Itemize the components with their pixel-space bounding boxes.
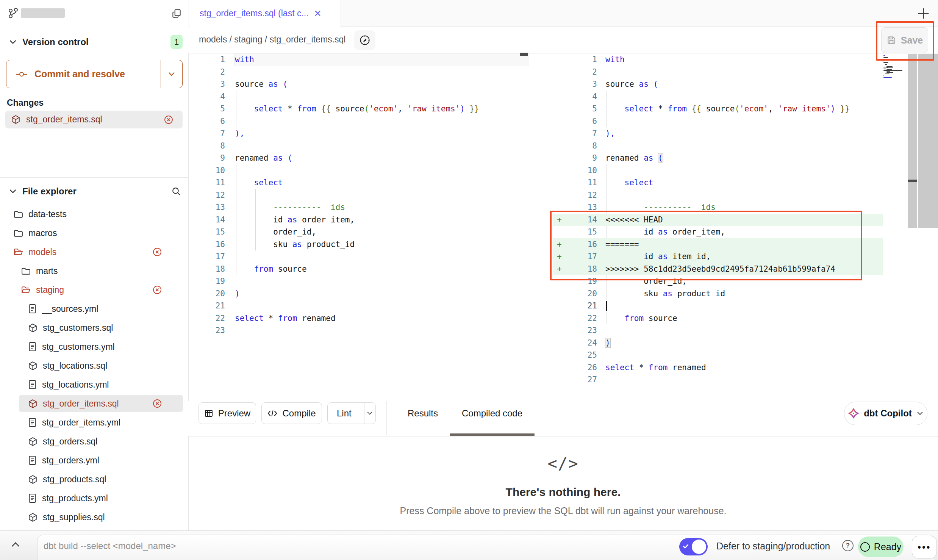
conflict-x-icon[interactable] xyxy=(164,115,174,125)
code-line-15[interactable]: 15 id as order_item, xyxy=(553,226,883,238)
code-line-19[interactable]: 19 order_id, xyxy=(553,275,883,288)
conflict-x-icon[interactable] xyxy=(152,285,162,295)
file-item-stg-customers-sql[interactable]: stg_customers.sql xyxy=(0,318,188,337)
code-line-16[interactable]: +16======= xyxy=(553,238,883,251)
code-line-9[interactable]: 9renamed as ( xyxy=(553,152,883,164)
file-item-stg-order-items-yml[interactable]: stg_order_items.yml xyxy=(0,413,188,432)
code-line-18[interactable]: 18 from source xyxy=(189,263,529,275)
code-line-11[interactable]: 11 select xyxy=(189,177,529,189)
scrollbar-thumb[interactable] xyxy=(908,180,917,182)
code-line-13[interactable]: 13 ---------- ids xyxy=(553,201,883,214)
new-tab-plus-icon[interactable] xyxy=(917,7,930,20)
file-item-marts[interactable]: marts xyxy=(0,261,188,280)
code-line-20[interactable]: 20) xyxy=(189,288,529,300)
code-line-3[interactable]: 3source as ( xyxy=(553,78,883,91)
code-line-1[interactable]: 1with xyxy=(553,53,883,66)
code-line-2[interactable]: 2 xyxy=(189,66,529,78)
minimap[interactable] xyxy=(883,55,907,97)
code-line-15[interactable]: 15 order_id, xyxy=(189,226,529,238)
file-item-staging[interactable]: staging xyxy=(0,280,188,299)
code-line-14[interactable]: +14<<<<<<< HEAD xyxy=(553,214,883,226)
file-item-stg-locations-yml[interactable]: stg_locations.yml xyxy=(0,375,188,394)
code-line-9[interactable]: 9renamed as ( xyxy=(189,152,529,164)
code-line-19[interactable]: 19 xyxy=(189,275,529,288)
code-line-4[interactable]: 4 xyxy=(553,91,883,103)
code-line-14[interactable]: 14 id as order_item, xyxy=(189,214,529,226)
file-item-stg-orders-sql[interactable]: stg_orders.sql xyxy=(0,432,188,451)
code-line-2[interactable]: 2 xyxy=(553,66,883,78)
code-line-20[interactable]: 20 sku as product_id xyxy=(553,288,883,300)
expand-panel-chevron-icon[interactable] xyxy=(11,541,20,548)
file-item--sources-yml[interactable]: __sources.yml xyxy=(0,299,188,318)
diff-pane-original[interactable]: 1with23source as (45 select * from {{ so… xyxy=(189,53,529,337)
changed-file-row[interactable]: stg_order_items.sql xyxy=(5,111,183,128)
code-line-8[interactable]: 8 xyxy=(553,140,883,152)
code-line-21[interactable]: 21 xyxy=(189,300,529,312)
code-line-25[interactable]: 25 xyxy=(553,349,883,361)
conflict-badge[interactable] xyxy=(152,399,162,408)
code-line-7[interactable]: 7), xyxy=(189,127,529,140)
code-line-8[interactable]: 8 xyxy=(189,140,529,152)
conflict-x-icon[interactable] xyxy=(152,247,162,257)
defer-toggle[interactable] xyxy=(679,538,708,555)
window-scrollbar[interactable] xyxy=(918,54,938,228)
copy-icon[interactable] xyxy=(171,8,182,19)
conflict-x-icon[interactable] xyxy=(152,399,162,408)
code-line-22[interactable]: 22 from source xyxy=(553,312,883,325)
file-item-stg-customers-yml[interactable]: stg_customers.yml xyxy=(0,337,188,356)
search-icon[interactable] xyxy=(171,186,181,197)
conflict-badge[interactable] xyxy=(152,285,162,295)
code-line-23[interactable]: 23 xyxy=(553,324,883,337)
tab-compiled-code[interactable]: Compiled code xyxy=(456,402,528,424)
help-icon[interactable]: ? xyxy=(842,540,854,551)
code-line-10[interactable]: 10 xyxy=(189,164,529,177)
code-line-10[interactable]: 10 xyxy=(553,164,883,177)
code-line-17[interactable]: 17 xyxy=(189,250,529,263)
commit-dropdown-chevron[interactable] xyxy=(161,60,182,88)
code-line-5[interactable]: 5 select * from {{ source('ecom', 'raw_i… xyxy=(553,103,883,115)
version-control-section-header[interactable]: Version control 1 xyxy=(0,33,188,51)
code-line-6[interactable]: 6 xyxy=(553,115,883,128)
file-item-macros[interactable]: macros xyxy=(0,224,188,242)
file-item-stg-supplies-sql[interactable]: stg_supplies.sql xyxy=(0,508,188,527)
preview-button[interactable]: Preview xyxy=(199,402,256,424)
lint-label[interactable]: Lint xyxy=(328,403,359,424)
code-line-26[interactable]: 26select * from renamed xyxy=(553,361,883,374)
code-line-1[interactable]: 1with xyxy=(189,53,529,66)
file-item-stg-products-yml[interactable]: stg_products.yml xyxy=(0,489,188,508)
code-line-5[interactable]: 5 select * from {{ source('ecom', 'raw_i… xyxy=(189,103,529,115)
code-line-13[interactable]: 13 ---------- ids xyxy=(189,201,529,214)
dbt-copilot-button[interactable]: dbt Copilot xyxy=(844,402,927,425)
code-line-24[interactable]: 24) xyxy=(553,337,883,349)
tab-close-icon[interactable]: ✕ xyxy=(314,8,322,19)
editor-scrollbar[interactable] xyxy=(908,54,917,228)
lint-button[interactable]: Lint xyxy=(327,402,376,424)
command-input[interactable]: dbt build --select <model_name> Defer to… xyxy=(37,535,934,560)
file-item-stg-order-items-sql[interactable]: stg_order_items.sql xyxy=(0,394,188,413)
save-button[interactable]: Save xyxy=(881,27,928,53)
left-pane-scrollbar-thumb[interactable] xyxy=(520,53,528,56)
code-line-16[interactable]: 16 sku as product_id xyxy=(189,238,529,251)
code-line-3[interactable]: 3source as ( xyxy=(189,78,529,91)
lint-dropdown-chevron[interactable] xyxy=(364,403,375,424)
lineage-button[interactable] xyxy=(354,30,375,50)
commit-and-resolve-button[interactable]: Commit and resolve xyxy=(6,60,183,88)
code-line-18[interactable]: +18>>>>>>> 58c1dd23d5eebd9cd2495fa7124ab… xyxy=(553,263,883,275)
file-item-stg-orders-yml[interactable]: stg_orders.yml xyxy=(0,451,188,470)
conflict-badge[interactable] xyxy=(152,247,162,257)
overflow-menu-button[interactable]: ••• xyxy=(912,536,937,558)
code-line-12[interactable]: 12 xyxy=(189,189,529,202)
code-line-11[interactable]: 11 select xyxy=(553,177,883,189)
compile-button[interactable]: Compile xyxy=(261,402,322,424)
code-line-7[interactable]: 7), xyxy=(553,127,883,140)
code-line-12[interactable]: 12 xyxy=(553,189,883,202)
tab-stg-order-items[interactable]: stg_order_items.sql (last c... ✕ xyxy=(189,0,341,27)
code-line-21[interactable]: 21 xyxy=(553,300,883,312)
code-line-4[interactable]: 4 xyxy=(189,91,529,103)
code-line-23[interactable]: 23 xyxy=(189,324,529,337)
file-explorer-section-header[interactable]: File explorer xyxy=(0,183,188,200)
file-item-stg-locations-sql[interactable]: stg_locations.sql xyxy=(0,356,188,375)
code-line-22[interactable]: 22select * from renamed xyxy=(189,312,529,325)
code-line-17[interactable]: +17 id as item_id, xyxy=(553,250,883,263)
code-line-6[interactable]: 6 xyxy=(189,115,529,128)
